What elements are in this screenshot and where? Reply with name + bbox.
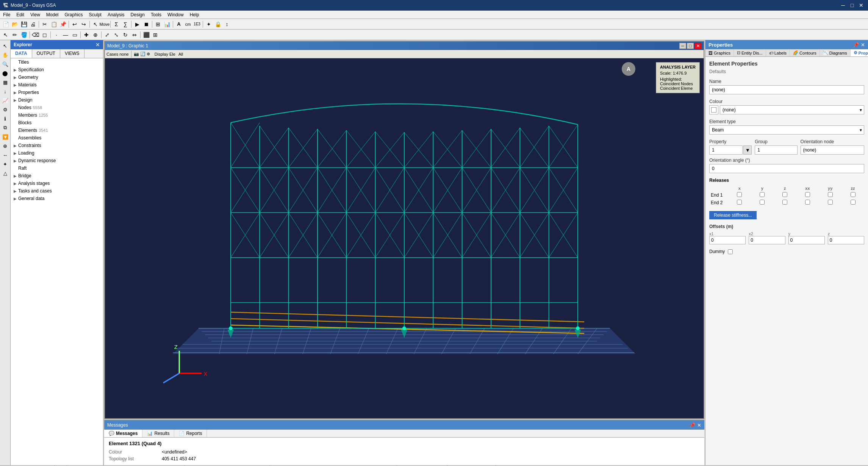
icon-pan[interactable]: ✋: [1, 51, 9, 59]
cb-end1-zz[interactable]: [851, 192, 855, 197]
tree-geometry[interactable]: ▶ Geometry: [11, 73, 103, 81]
merge-btn[interactable]: ⊕: [91, 31, 100, 39]
releases-end2-xx[interactable]: [796, 199, 819, 206]
props-tab-graphics[interactable]: 🖼 Graphics: [705, 49, 734, 56]
cb-end1-y[interactable]: [760, 192, 765, 197]
shell-btn[interactable]: ▭: [70, 31, 79, 39]
releases-end1-x[interactable]: [728, 191, 751, 199]
menu-model[interactable]: Model: [43, 11, 62, 18]
offset-x2-input[interactable]: [749, 236, 785, 244]
menu-file[interactable]: File: [0, 11, 13, 18]
cb-end2-y[interactable]: [760, 200, 765, 205]
move-btn[interactable]: Move: [100, 20, 109, 28]
cursor-btn[interactable]: ↕: [223, 20, 231, 28]
icon-cursor[interactable]: ↖: [1, 42, 9, 50]
chart-btn[interactable]: 📊: [163, 20, 171, 28]
wand-btn[interactable]: ✦: [205, 20, 213, 28]
tree-properties[interactable]: ▶ Properties: [11, 89, 103, 96]
prop-property-input[interactable]: [709, 145, 743, 155]
prop-colour-select[interactable]: (none): [720, 105, 864, 114]
table-btn[interactable]: ⊞: [154, 20, 162, 28]
close-button[interactable]: ✕: [857, 2, 865, 9]
icon-filter[interactable]: 🔽: [1, 133, 9, 141]
copy-btn[interactable]: 📋: [50, 20, 58, 28]
select-btn[interactable]: ↖: [91, 20, 100, 28]
icon-nodes[interactable]: ⬤: [1, 69, 9, 77]
msg-tab-messages[interactable]: 💬 Messages: [104, 430, 142, 437]
menu-tools[interactable]: Tools: [148, 11, 164, 18]
icon-loads[interactable]: ↓: [1, 87, 9, 95]
menu-view[interactable]: View: [27, 11, 43, 18]
paste-btn[interactable]: 📌: [59, 20, 67, 28]
tab-data[interactable]: DATA: [11, 49, 32, 58]
props-tab-entity[interactable]: ⊡ Entity Dis...: [734, 49, 766, 56]
cut-btn[interactable]: ✂: [41, 20, 49, 28]
tree-nodes[interactable]: Nodes 5558: [11, 104, 103, 111]
tab-output[interactable]: OUTPUT: [32, 49, 60, 58]
undo-btn[interactable]: ↩: [70, 20, 79, 28]
cb-end2-xx[interactable]: [805, 200, 810, 205]
tree-tasks-cases[interactable]: ▶ Tasks and cases: [11, 187, 103, 195]
node-btn[interactable]: ·: [52, 31, 61, 39]
dummy-checkbox[interactable]: [728, 249, 733, 254]
tree-materials[interactable]: ▶ Materials: [11, 81, 103, 89]
eraser-btn[interactable]: ⌫: [31, 31, 40, 39]
gw-minimize-btn[interactable]: ─: [679, 43, 686, 49]
tree-elements[interactable]: Elements 3541: [11, 127, 103, 134]
icon-tool2[interactable]: △: [1, 169, 9, 177]
mesh-btn[interactable]: ⊞: [151, 31, 160, 39]
save-btn[interactable]: 💾: [20, 20, 28, 28]
icon-results[interactable]: 📈: [1, 96, 9, 105]
prop-name-input[interactable]: [709, 85, 864, 94]
releases-end1-zz[interactable]: [841, 191, 864, 199]
tree-design[interactable]: ▶ Design: [11, 96, 103, 104]
tree-analysis-stages[interactable]: ▶ Analysis stages: [11, 180, 103, 187]
menu-design[interactable]: Design: [128, 11, 148, 18]
cb-end2-x[interactable]: [737, 200, 742, 205]
messages-close-btn[interactable]: ✕: [697, 422, 701, 428]
tree-dynamic[interactable]: ▶ Dynamic response: [11, 157, 103, 164]
tree-loading[interactable]: ▶ Loading: [11, 149, 103, 157]
icon-tool1[interactable]: ✦: [1, 160, 9, 168]
tree-blocks[interactable]: Blocks: [11, 119, 103, 127]
menu-edit[interactable]: Edit: [13, 11, 27, 18]
tree-constraints[interactable]: ▶ Constraints: [11, 142, 103, 149]
releases-end2-zz[interactable]: [841, 199, 864, 206]
props-tab-contours[interactable]: 🌈 Contours: [790, 49, 820, 56]
props-tab-properties[interactable]: ⚙ Properties: [851, 49, 868, 56]
minimize-button[interactable]: ─: [839, 2, 847, 9]
cb-end1-yy[interactable]: [828, 192, 833, 197]
move2-btn[interactable]: ⤢: [103, 31, 111, 39]
icon-layers[interactable]: ⧉: [1, 124, 9, 132]
icon-settings[interactable]: ⚙: [1, 105, 9, 114]
offset-y-input[interactable]: [788, 236, 825, 244]
gw-close-btn[interactable]: ✕: [694, 43, 701, 49]
menu-window[interactable]: Window: [164, 11, 187, 18]
extrude-btn[interactable]: ⬛: [142, 31, 150, 39]
icon-elements[interactable]: ▦: [1, 78, 9, 86]
bucket-btn[interactable]: 🪣: [20, 31, 28, 39]
split-btn[interactable]: ✚: [82, 31, 91, 39]
analyse-btn[interactable]: ▶: [133, 20, 141, 28]
prop-orientation-node-input[interactable]: [801, 145, 864, 155]
text-btn[interactable]: A: [175, 20, 183, 28]
prop-group-input[interactable]: [755, 145, 797, 155]
rubber-btn[interactable]: ◻: [41, 31, 49, 39]
stop-btn[interactable]: ⏹: [142, 20, 150, 28]
props-tab-labels[interactable]: 🏷 Labels: [766, 49, 790, 56]
icon-info[interactable]: ℹ: [1, 114, 9, 123]
redo-btn[interactable]: ↪: [80, 20, 88, 28]
cb-end2-yy[interactable]: [828, 200, 833, 205]
new-btn[interactable]: 📄: [2, 20, 10, 28]
prop-element-type-select[interactable]: Beam Bar Rod Quad 4: [709, 125, 864, 134]
msg-tab-reports[interactable]: 📄 Reports: [174, 430, 207, 437]
sci-btn[interactable]: 1E3: [193, 20, 201, 28]
cb-end2-z[interactable]: [782, 200, 787, 205]
tree-bridge[interactable]: ▶ Bridge: [11, 172, 103, 180]
releases-end2-z[interactable]: [774, 199, 796, 206]
props-close-btn[interactable]: ✕: [861, 42, 865, 48]
gw-maximize-btn[interactable]: □: [687, 43, 694, 49]
tree-specification[interactable]: ▶ Specification: [11, 66, 103, 73]
prop-orientation-angle-input[interactable]: [709, 164, 864, 173]
cb-end1-z[interactable]: [782, 192, 787, 197]
